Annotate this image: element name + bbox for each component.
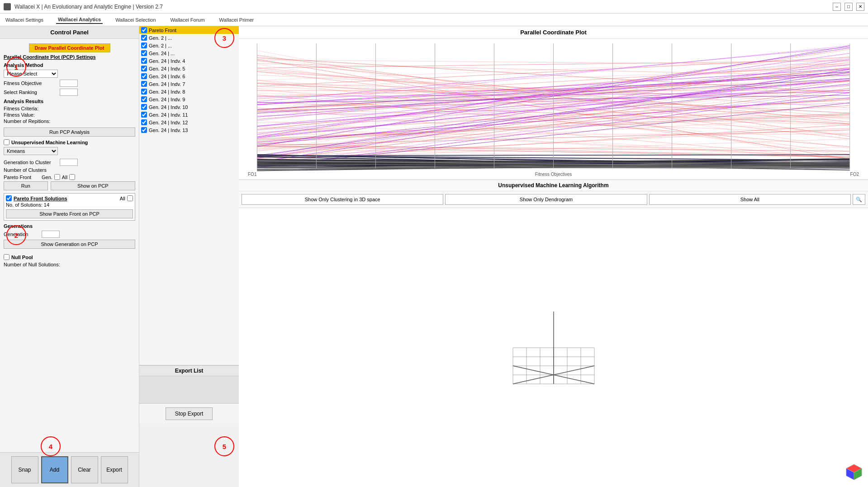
title-bar-controls[interactable]: – □ ✕ xyxy=(833,3,864,11)
list-item[interactable]: Gen. 24 | Indv. 4 xyxy=(139,57,239,65)
list-item-checkbox[interactable] xyxy=(141,35,147,41)
pareto-solutions-checkbox[interactable] xyxy=(6,195,12,201)
close-button[interactable]: ✕ xyxy=(856,3,864,11)
list-item[interactable]: Gen. 24 | Indv. 5 xyxy=(139,65,239,72)
maximize-button[interactable]: □ xyxy=(844,3,853,11)
minimize-button[interactable]: – xyxy=(833,3,841,11)
run-pcp-button[interactable]: Run PCP Analysis xyxy=(4,128,135,137)
list-item[interactable]: Gen. 24 | Indv. 7 xyxy=(139,80,239,88)
select-ranking-row: Select Ranking xyxy=(4,89,135,96)
ml-3d-area xyxy=(239,208,868,487)
clear-button[interactable]: Clear xyxy=(71,456,98,483)
menu-bar: Wallacei Settings Wallacei Analytics Wal… xyxy=(0,14,868,26)
pareto-solutions-title: Pareto Front Solutions xyxy=(14,196,67,201)
list-item-checkbox[interactable] xyxy=(141,127,147,133)
menu-wallacei-settings[interactable]: Wallacei Settings xyxy=(4,16,45,24)
list-item-checkbox[interactable] xyxy=(141,81,147,87)
panel-content: Draw Parallel Coordinate Plot Parallel C… xyxy=(0,39,139,452)
pcp-axis-labels: FO1 Fitness Objectives FO2 xyxy=(239,172,868,177)
cube-icon-svg xyxy=(844,463,863,482)
menu-wallacei-selection[interactable]: Wallacei Selection xyxy=(114,16,157,24)
cube-icon-area xyxy=(844,463,863,482)
all-solutions-checkbox[interactable] xyxy=(127,195,133,201)
export-list-section: Export List xyxy=(139,365,239,403)
draw-parallel-btn[interactable]: Draw Parallel Coordinate Plot xyxy=(29,43,110,52)
list-item-checkbox[interactable] xyxy=(141,96,147,102)
menu-wallacei-forum[interactable]: Wallacei Forum xyxy=(169,16,207,24)
list-item[interactable]: Gen. 24 | Indv. 9 xyxy=(139,95,239,103)
list-item-checkbox[interactable] xyxy=(141,66,147,71)
number-of-clusters-row: Number of Clusters xyxy=(4,167,135,173)
items-list: Pareto FrontGen. 2 | ...Gen. 2 | ...Gen.… xyxy=(139,26,239,365)
list-item-checkbox[interactable] xyxy=(141,89,147,95)
list-item-checkbox[interactable] xyxy=(141,58,147,64)
snap-button[interactable]: Snap xyxy=(11,456,38,483)
list-item[interactable]: Gen. 24 | Indv. 6 xyxy=(139,72,239,80)
menu-wallacei-analytics[interactable]: Wallacei Analytics xyxy=(56,16,103,24)
analysis-method-select[interactable]: Please Select xyxy=(4,70,58,78)
list-item-checkbox[interactable] xyxy=(141,112,147,118)
unsupervised-ml-label: Unsupervised Machine Learning xyxy=(11,140,88,145)
list-item-checkbox[interactable] xyxy=(141,73,147,79)
title-bar: Wallacei X | An Evolutionary and Analyti… xyxy=(0,0,868,14)
unsupervised-ml-checkbox[interactable] xyxy=(4,139,9,145)
pareto-front-label: Pareto Front xyxy=(4,175,40,180)
list-item-checkbox[interactable] xyxy=(141,119,147,125)
fitness-criteria-label: Fitness Criteria: xyxy=(4,106,38,111)
show-pareto-button[interactable]: Show Pareto Front on PCP xyxy=(6,209,133,218)
show-generation-button[interactable]: Show Generation on PCP xyxy=(4,240,135,249)
select-ranking-input[interactable] xyxy=(60,89,78,96)
run-button[interactable]: Run xyxy=(4,181,48,190)
kmeans-select[interactable]: Kmeans xyxy=(4,147,58,155)
null-pool-label: Null Pool xyxy=(11,255,33,260)
show-clustering-button[interactable]: Show Only Clustering in 3D space xyxy=(242,194,443,205)
add-button[interactable]: Add xyxy=(41,456,68,483)
ml-buttons-row: Show Only Clustering in 3D space Show On… xyxy=(239,191,868,208)
app-title: Wallacei X | An Evolutionary and Analyti… xyxy=(14,4,163,10)
annotation-5: 5 xyxy=(214,436,234,456)
menu-wallacei-primer[interactable]: Wallacei Primer xyxy=(218,16,256,24)
generation-to-cluster-row: Generation to Cluster xyxy=(4,159,135,166)
list-item[interactable]: Gen. 24 | Indv. 11 xyxy=(139,111,239,118)
list-item-checkbox[interactable] xyxy=(141,27,147,33)
middle-panels: Pareto FrontGen. 2 | ...Gen. 2 | ...Gen.… xyxy=(139,26,239,487)
fitness-objective-input[interactable] xyxy=(60,80,78,87)
list-item-label: Gen. 24 | Indv. 7 xyxy=(149,81,185,87)
pcp-svg xyxy=(239,39,868,178)
all-solutions-label: All xyxy=(120,196,125,201)
list-item[interactable]: Gen. 24 | Indv. 10 xyxy=(139,103,239,111)
list-item[interactable]: Gen. 2 | ... xyxy=(139,42,239,49)
list-item-label: Gen. 2 | ... xyxy=(149,35,172,41)
export-button[interactable]: Export xyxy=(101,456,128,483)
title-bar-left: Wallacei X | An Evolutionary and Analyti… xyxy=(4,3,163,10)
list-item-checkbox[interactable] xyxy=(141,43,147,48)
list-item[interactable]: Pareto Front xyxy=(139,26,239,34)
ml-title: Unsupervised Machine Learning Algorithm xyxy=(239,180,868,191)
generation-input[interactable] xyxy=(42,231,60,238)
list-item-label: Gen. 24 | Indv. 5 xyxy=(149,66,185,71)
pcp-axis-fo1: FO1 xyxy=(248,172,256,177)
run-show-row: Run Show on PCP xyxy=(4,181,135,190)
list-item[interactable]: Gen. 24 | ... xyxy=(139,49,239,57)
list-item-checkbox[interactable] xyxy=(141,104,147,110)
show-all-button[interactable]: Show All xyxy=(649,194,851,205)
show-dendrogram-button[interactable]: Show Only Dendrogram xyxy=(445,194,647,205)
all-checkbox[interactable] xyxy=(69,174,75,180)
show-on-pcp-button[interactable]: Show on PCP xyxy=(51,181,135,190)
generation-input-label: Generation xyxy=(4,232,40,237)
list-items-container: Pareto FrontGen. 2 | ...Gen. 2 | ...Gen.… xyxy=(139,26,239,134)
gen-checkbox[interactable] xyxy=(54,174,60,180)
stop-export-button[interactable]: Stop Export xyxy=(166,407,213,420)
number-of-clusters-label: Number of Clusters xyxy=(4,167,58,173)
ml-search-button[interactable]: 🔍 xyxy=(853,194,865,205)
list-item[interactable]: Gen. 24 | Indv. 8 xyxy=(139,88,239,95)
list-item[interactable]: Gen. 2 | ... xyxy=(139,34,239,42)
gen-area: Gen. All xyxy=(42,174,75,180)
null-pool-checkbox[interactable] xyxy=(4,254,9,260)
list-item-checkbox[interactable] xyxy=(141,50,147,56)
list-item[interactable]: Gen. 24 | Indv. 13 xyxy=(139,126,239,134)
generation-to-cluster-input[interactable] xyxy=(60,159,78,166)
null-pool-row: Null Pool xyxy=(4,254,135,260)
list-item[interactable]: Gen. 24 | Indv. 12 xyxy=(139,118,239,126)
3d-grid-svg xyxy=(486,284,621,411)
